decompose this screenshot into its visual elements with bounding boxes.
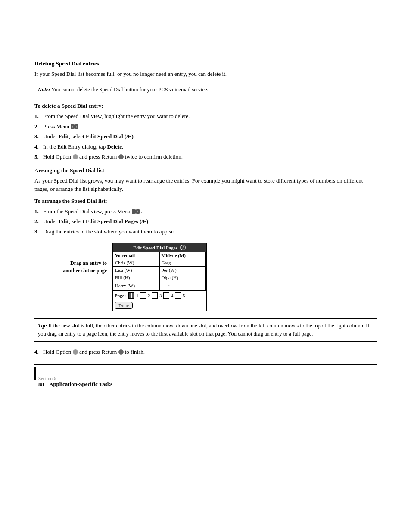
footer-section-label: Section 6 [38, 376, 112, 381]
table-row: Voicemail Midyne (M) [113, 252, 206, 259]
menu-icon-2 [132, 209, 140, 214]
info-icon: i [180, 245, 186, 250]
dial-pages-box: Edit Speed Dial Pages i Voicemail Midyne… [112, 243, 207, 311]
tip-box: Tip: If the new slot is full, the other … [34, 318, 377, 342]
footer-bar: Section 6 88 Application-Specific Tasks [34, 364, 377, 388]
table-row: Harry (W) [113, 281, 206, 290]
delete-step-4: 4. In the Edit Entry dialog, tap Delete. [34, 143, 377, 151]
delete-step-3: 3. Under Edit, select Edit Speed Dial (/… [34, 132, 377, 141]
arranging-intro: As your Speed Dial list grows, you may w… [34, 177, 377, 193]
delete-step-2: 2. Press Menu . [34, 122, 377, 131]
menu-icon [71, 124, 78, 129]
tip-label: Tip: [38, 323, 47, 329]
arrange-step-2: 2. Under Edit, select Edit Speed Dial Pa… [34, 217, 377, 226]
page: Deleting Speed Dial entries If your Spee… [0, 0, 411, 532]
page-num-1: 1 [136, 293, 138, 298]
arrange-step-3: 3. Drag the entries to the slot where yo… [34, 227, 377, 236]
delete-step-5: 5. Hold Option and press Return twice to… [34, 152, 377, 161]
delete-steps-list: 1. From the Speed Dial view, highlight t… [34, 112, 377, 161]
page-label: Page: [115, 293, 126, 298]
delete-sub-heading: To delete a Speed Dial entry: [34, 103, 377, 109]
arrange-sub-heading: To arrange the Speed Dial list: [34, 198, 377, 205]
option-icon [73, 154, 78, 159]
table-row: Lisa (W) Per (W) [113, 267, 206, 274]
arrange-step-1: 1. From the Speed Dial view, press Menu … [34, 207, 377, 216]
deleting-intro: If your Speed Dial list becomes full, or… [34, 70, 377, 78]
page-num-4: 4 [171, 293, 173, 298]
page-row: Page: 1 2 3 4 5 [113, 290, 206, 300]
page-grid-icon [128, 292, 134, 299]
dial-pages-title: Edit Speed Dial Pages i [113, 243, 206, 252]
deleting-heading: Deleting Speed Dial entries [34, 60, 377, 67]
return-icon-2 [118, 349, 124, 355]
diagram-area: Drag an entry to another slot or page Ed… [60, 243, 377, 311]
return-icon [118, 154, 124, 159]
page-num-5: 5 [183, 293, 185, 298]
page-box-2 [140, 292, 146, 299]
page-box-3 [152, 292, 158, 299]
arrange-steps-list: 1. From the Speed Dial view, press Menu … [34, 207, 377, 236]
done-button[interactable]: Done [115, 302, 133, 309]
note-label: Note: [38, 87, 50, 93]
drag-arrow-icon [165, 282, 171, 289]
footer-title: Application-Specific Tasks [49, 381, 112, 388]
footer-divider [34, 367, 36, 380]
page-box-5 [175, 292, 181, 299]
dial-table: Voicemail Midyne (M) Chris (W) Greg Lisa… [113, 252, 206, 290]
footer-content: Section 6 88 Application-Specific Tasks [38, 376, 112, 388]
note-text: You cannot delete the Speed Dial button … [51, 87, 209, 93]
arranging-heading: Arranging the Speed Dial list [34, 167, 377, 174]
note-box: Note: You cannot delete the Speed Dial b… [34, 83, 377, 97]
table-row: Chris (W) Greg [113, 259, 206, 267]
page-num-3: 3 [159, 293, 162, 298]
page-num-2: 2 [148, 293, 150, 298]
done-button-area: Done [113, 300, 206, 311]
option-icon-2 [73, 349, 78, 355]
arrange-step4-list: 4. Hold Option and press Return to finis… [34, 348, 377, 356]
tip-text: If the new slot is full, the other entri… [38, 323, 370, 337]
diagram-label: Drag an entry to another slot or page [60, 243, 112, 274]
table-row: Bill (H) Olga (H) [113, 274, 206, 281]
delete-step-1: 1. From the Speed Dial view, highlight t… [34, 112, 377, 121]
page-box-4 [163, 292, 169, 299]
footer-page-number: 88 [38, 381, 44, 388]
arrange-step-4: 4. Hold Option and press Return to finis… [34, 348, 377, 356]
